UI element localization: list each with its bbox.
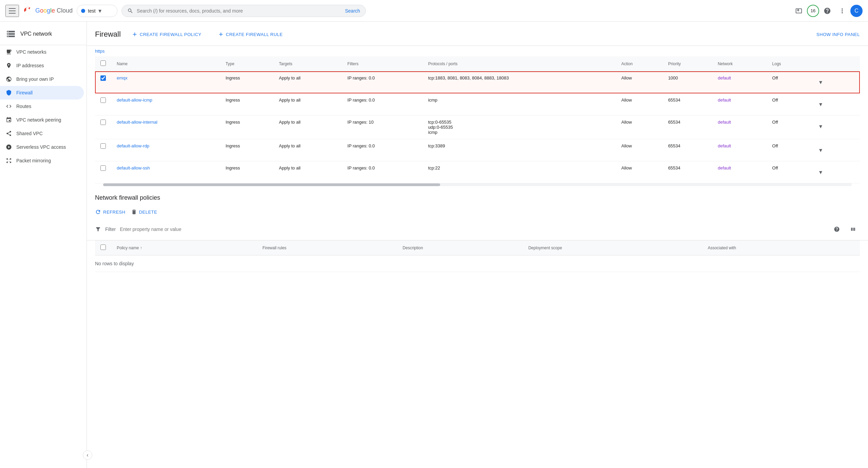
- vpc-networks-icon: [5, 49, 12, 55]
- table-row: emqx Ingress Apply to all IP ranges: 0.0: [95, 71, 860, 93]
- sidebar-item-bring-your-own-ip[interactable]: Bring your own IP: [0, 72, 84, 86]
- packet-mirroring-icon: [5, 157, 12, 164]
- search-input[interactable]: [137, 8, 342, 14]
- google-logo-svg: [23, 7, 33, 15]
- create-policy-icon: [132, 31, 138, 37]
- row-protocols-cell: tcp:1883, 8081, 8083, 8084, 8883, 18083: [423, 71, 616, 93]
- firewall-icon: [5, 89, 12, 96]
- expand-row-button[interactable]: ▾: [814, 120, 827, 133]
- scrollbar-thumb[interactable]: [103, 183, 440, 186]
- select-all-checkbox[interactable]: [100, 60, 106, 66]
- help-circle-icon: [834, 226, 840, 232]
- google-cloud-logo[interactable]: Google Cloud: [23, 7, 73, 15]
- row-expand-cell: ▾: [808, 71, 860, 93]
- create-firewall-policy-button[interactable]: CREATE FIREWALL POLICY: [126, 29, 207, 40]
- page-header: Firewall CREATE FIREWALL POLICY CREATE F…: [87, 22, 868, 46]
- row-filters-cell: IP ranges: 0.0: [342, 71, 423, 93]
- rule-name-link[interactable]: default-allow-ssh: [117, 165, 150, 170]
- create-firewall-rule-button[interactable]: CREATE FIREWALL RULE: [212, 29, 288, 40]
- col-header-protocols: Protocols / ports: [423, 56, 616, 71]
- routes-label: Routes: [16, 104, 31, 109]
- more-options-button[interactable]: [835, 4, 849, 18]
- https-link[interactable]: https: [87, 46, 868, 56]
- filter-actions: [830, 222, 860, 236]
- row-checkbox[interactable]: [100, 143, 106, 149]
- table-scroll-area[interactable]: Name Type Targets Filters Protocols / po…: [95, 56, 860, 183]
- horizontal-scrollbar[interactable]: [103, 183, 852, 186]
- hamburger-menu[interactable]: [5, 5, 19, 17]
- filter-input[interactable]: [120, 227, 826, 232]
- rule-name-link[interactable]: default-allow-internal: [117, 120, 157, 125]
- header-checkbox-cell: [95, 56, 111, 71]
- policies-toolbar: REFRESH DELETE: [87, 207, 868, 222]
- sidebar-item-packet-mirroring[interactable]: Packet mirroring: [0, 154, 84, 167]
- sidebar-item-serverless-vpc[interactable]: Serverless VPC access: [0, 140, 84, 154]
- table-row: default-allow-internal Ingress Apply to …: [95, 115, 860, 139]
- row-checkbox[interactable]: [100, 165, 106, 171]
- policies-table: Policy name ↑ Firewall rules Description…: [95, 240, 860, 272]
- expand-row-button[interactable]: ▾: [814, 143, 827, 157]
- column-picker-button[interactable]: [846, 222, 860, 236]
- sidebar-item-routes[interactable]: Routes: [0, 100, 84, 113]
- row-checkbox[interactable]: [100, 75, 106, 81]
- notification-badge[interactable]: 16: [807, 5, 819, 17]
- row-logs-cell: Off: [767, 71, 808, 93]
- filter-label: Filter: [105, 227, 116, 232]
- row-action-cell: Allow: [616, 71, 663, 93]
- show-info-panel-button[interactable]: SHOW INFO PANEL: [816, 32, 860, 37]
- sidebar: VPC network VPC networks IP addresses: [0, 22, 87, 468]
- bring-own-ip-label: Bring your own IP: [16, 76, 54, 82]
- col-header-firewall-rules: Firewall rules: [257, 240, 397, 255]
- col-header-name: Name: [111, 56, 220, 71]
- terminal-icon-button[interactable]: [792, 4, 806, 18]
- sidebar-item-vpc-networks[interactable]: VPC networks: [0, 45, 84, 59]
- search-bar: Search: [121, 5, 366, 17]
- rule-name-link[interactable]: default-allow-rdp: [117, 143, 149, 148]
- routes-icon: [5, 103, 12, 110]
- logo-text: Google Cloud: [35, 7, 73, 14]
- nav-actions: 16 C: [792, 4, 863, 18]
- rule-name-link[interactable]: emqx: [117, 75, 128, 80]
- expand-row-button[interactable]: ▾: [814, 97, 827, 111]
- refresh-button[interactable]: REFRESH: [95, 207, 126, 217]
- network-link[interactable]: default: [718, 75, 731, 80]
- sidebar-item-ip-addresses[interactable]: IP addresses: [0, 59, 84, 72]
- firewall-table-container: Name Type Targets Filters Protocols / po…: [87, 56, 868, 186]
- serverless-vpc-label: Serverless VPC access: [16, 144, 66, 150]
- search-button[interactable]: Search: [345, 8, 360, 14]
- network-link[interactable]: default: [718, 165, 731, 170]
- rule-name-link[interactable]: default-allow-icmp: [117, 97, 152, 103]
- expand-row-button[interactable]: ▾: [814, 165, 827, 179]
- filter-help-button[interactable]: [830, 222, 844, 236]
- top-nav: Google Cloud test ▾ Search 16: [0, 0, 868, 22]
- sidebar-item-vpc-network-peering[interactable]: VPC network peering: [0, 113, 84, 127]
- page-title: Firewall: [95, 30, 121, 39]
- firewall-label: Firewall: [16, 90, 33, 95]
- policies-select-all[interactable]: [100, 245, 106, 250]
- help-icon-button[interactable]: [820, 4, 834, 18]
- expand-row-button[interactable]: ▾: [814, 75, 827, 89]
- collapse-sidebar-button[interactable]: ‹: [83, 450, 92, 460]
- sidebar-item-firewall[interactable]: Firewall: [0, 86, 84, 100]
- table-row: default-allow-rdp Ingress Apply to all I…: [95, 139, 860, 161]
- row-checkbox[interactable]: [100, 120, 106, 125]
- shared-vpc-icon: [5, 130, 12, 137]
- row-checkbox[interactable]: [100, 97, 106, 103]
- filter-row: Filter: [87, 222, 868, 240]
- app-body: VPC network VPC networks IP addresses: [0, 22, 868, 468]
- network-link[interactable]: default: [718, 120, 731, 125]
- col-header-policy-name: Policy name ↑: [111, 240, 257, 255]
- serverless-vpc-icon: [5, 144, 12, 150]
- delete-icon: [131, 209, 137, 215]
- user-avatar[interactable]: C: [850, 5, 863, 17]
- delete-button[interactable]: DELETE: [131, 207, 157, 217]
- col-header-type: Type: [220, 56, 273, 71]
- col-header-priority: Priority: [663, 56, 712, 71]
- search-icon: [127, 8, 133, 14]
- sidebar-item-shared-vpc[interactable]: Shared VPC: [0, 127, 84, 140]
- row-priority-cell: 1000: [663, 71, 712, 93]
- network-link[interactable]: default: [718, 143, 731, 148]
- project-selector[interactable]: test ▾: [77, 5, 117, 17]
- vpc-networks-label: VPC networks: [16, 49, 46, 55]
- network-link[interactable]: default: [718, 97, 731, 103]
